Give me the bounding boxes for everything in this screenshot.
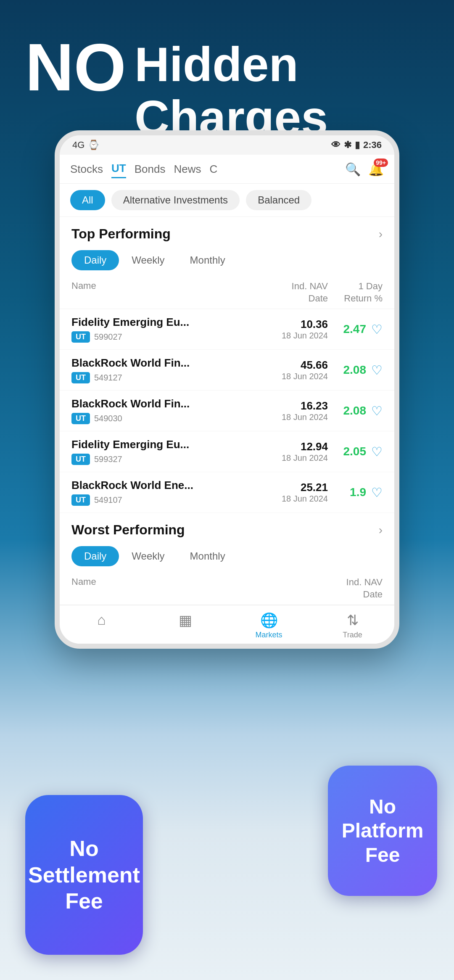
- top-period-daily[interactable]: Daily: [71, 250, 119, 270]
- fund-tag-3: UT: [71, 413, 90, 424]
- fund-tag-row-1: UT 599027: [71, 331, 265, 343]
- fund-return-4: 2.05: [343, 445, 367, 458]
- worst-performing-header: Worst Performing ›: [60, 513, 394, 543]
- nav-tab-bar: Stocks UT Bonds News C 🔍 🔔 99+: [60, 155, 394, 184]
- worst-period-weekly[interactable]: Weekly: [119, 546, 177, 566]
- fund-tag-1: UT: [71, 331, 90, 343]
- favorite-icon-1[interactable]: ♡: [371, 322, 383, 337]
- top-performing-title: Top Performing: [71, 226, 171, 242]
- fund-code-4: 599327: [94, 454, 122, 464]
- table-row: Fidelity Emerging Eu... UT 599327 12.94 …: [60, 431, 394, 472]
- fund-nav-date-5: 18 Jun 2024: [265, 494, 328, 504]
- bottom-nav-trade[interactable]: ⇅ Trade: [311, 612, 394, 639]
- table-row: Fidelity Emerging Eu... UT 599027 10.36 …: [60, 309, 394, 350]
- fund-tag-4: UT: [71, 454, 90, 465]
- fund-return-1: 2.47: [343, 322, 367, 336]
- worst-table-header: Name Ind. NAVDate: [60, 573, 394, 605]
- status-bar: 4G ⌚ 👁 ✱ ▮ 2:36: [60, 135, 394, 155]
- table-row: BlackRock World Fin... UT 549127 45.66 1…: [60, 350, 394, 391]
- badge-platform-fee: No Platform Fee: [328, 766, 437, 896]
- fund-name-1[interactable]: Fidelity Emerging Eu...: [71, 316, 265, 329]
- badge-settlement-fee: No Settlement Fee: [25, 795, 143, 955]
- fund-return-2: 2.08: [343, 363, 367, 377]
- top-performing-period-toggle: Daily Weekly Monthly: [60, 247, 394, 277]
- fund-tag-5: UT: [71, 494, 90, 506]
- fund-nav-date-1: 18 Jun 2024: [265, 331, 328, 341]
- fund-return-col-4: 2.05 ♡: [328, 444, 383, 459]
- fund-name-3[interactable]: BlackRock World Fin...: [71, 397, 265, 410]
- fund-nav-col-2: 45.66 18 Jun 2024: [265, 359, 328, 381]
- fund-tag-row-4: UT 599327: [71, 454, 265, 465]
- fund-code-5: 549107: [94, 495, 122, 505]
- worst-col-name-label: Name: [71, 576, 319, 600]
- tab-c[interactable]: C: [209, 161, 217, 178]
- fund-nav-col-5: 25.21 18 Jun 2024: [265, 481, 328, 504]
- nav-icons: 🔍 🔔 99+: [345, 162, 384, 177]
- notification-button[interactable]: 🔔 99+: [368, 162, 384, 177]
- fund-return-5: 1.9: [350, 486, 366, 499]
- fund-nav-val-3: 16.23: [265, 399, 328, 412]
- fund-nav-val-5: 25.21: [265, 481, 328, 494]
- fund-info-5: BlackRock World Ene... UT 549107: [71, 479, 265, 506]
- fund-name-4[interactable]: Fidelity Emerging Eu...: [71, 438, 265, 451]
- top-period-monthly[interactable]: Monthly: [177, 250, 238, 270]
- worst-performing-chevron[interactable]: ›: [379, 523, 383, 537]
- status-left: 4G ⌚: [72, 140, 99, 151]
- fund-return-col-1: 2.47 ♡: [328, 322, 383, 337]
- fund-info-2: BlackRock World Fin... UT 549127: [71, 357, 265, 383]
- badge-platform-text: No Platform Fee: [342, 795, 424, 867]
- chip-alternative-investments[interactable]: Alternative Investments: [111, 190, 240, 210]
- col-nav-label: Ind. NAVDate: [265, 280, 328, 304]
- top-period-weekly[interactable]: Weekly: [119, 250, 177, 270]
- worst-period-daily[interactable]: Daily: [71, 546, 119, 566]
- fund-nav-date-2: 18 Jun 2024: [265, 372, 328, 381]
- col-return-label: 1 DayReturn %: [328, 280, 383, 304]
- header-hidden-charges: HiddenCharges: [135, 38, 328, 144]
- top-performing-chevron[interactable]: ›: [379, 227, 383, 241]
- fund-name-2[interactable]: BlackRock World Fin...: [71, 357, 265, 370]
- fund-tag-2: UT: [71, 372, 90, 383]
- chart-icon: ▦: [179, 612, 192, 629]
- bottom-nav-chart[interactable]: ▦: [143, 612, 227, 639]
- fund-nav-col-1: 10.36 18 Jun 2024: [265, 318, 328, 341]
- eye-icon: 👁: [331, 140, 340, 151]
- chip-balanced[interactable]: Balanced: [246, 190, 311, 210]
- bottom-nav-markets[interactable]: 🌐 Markets: [227, 612, 311, 639]
- tab-ut[interactable]: UT: [111, 160, 126, 178]
- wifi-icon: ⌚: [88, 140, 99, 151]
- col-name-label: Name: [71, 280, 265, 304]
- chip-all[interactable]: All: [70, 190, 105, 210]
- fund-info-4: Fidelity Emerging Eu... UT 599327: [71, 438, 265, 465]
- markets-label: Markets: [255, 631, 282, 639]
- bottom-nav-home[interactable]: ⌂: [60, 612, 143, 639]
- table-row: BlackRock World Fin... UT 549030 16.23 1…: [60, 391, 394, 431]
- header-no: NO: [25, 34, 126, 101]
- fund-name-5[interactable]: BlackRock World Ene...: [71, 479, 265, 492]
- worst-performing-period-toggle: Daily Weekly Monthly: [60, 543, 394, 573]
- worst-performing-title: Worst Performing: [71, 522, 185, 538]
- phone-mockup: 4G ⌚ 👁 ✱ ▮ 2:36 Stocks UT Bonds News C 🔍…: [55, 130, 399, 649]
- fund-tag-row-5: UT 549107: [71, 494, 265, 506]
- favorite-icon-5[interactable]: ♡: [371, 485, 383, 500]
- fund-tag-row-2: UT 549127: [71, 372, 265, 383]
- worst-period-monthly[interactable]: Monthly: [177, 546, 238, 566]
- top-table-header: Name Ind. NAVDate 1 DayReturn %: [60, 277, 394, 309]
- tab-bonds[interactable]: Bonds: [135, 161, 166, 178]
- search-icon[interactable]: 🔍: [345, 162, 361, 177]
- badge-settlement-text: No Settlement Fee: [28, 835, 140, 914]
- fund-info-1: Fidelity Emerging Eu... UT 599027: [71, 316, 265, 343]
- fund-return-col-5: 1.9 ♡: [328, 485, 383, 500]
- fund-code-3: 549030: [94, 414, 122, 423]
- favorite-icon-3[interactable]: ♡: [371, 404, 383, 418]
- favorite-icon-4[interactable]: ♡: [371, 444, 383, 459]
- signal-icon: 4G: [72, 140, 84, 151]
- tab-stocks[interactable]: Stocks: [70, 161, 103, 178]
- filter-chips-bar: All Alternative Investments Balanced: [60, 184, 394, 217]
- fund-nav-val-2: 45.66: [265, 359, 328, 372]
- fund-code-2: 549127: [94, 373, 122, 383]
- fund-nav-col-4: 12.94 18 Jun 2024: [265, 440, 328, 463]
- favorite-icon-2[interactable]: ♡: [371, 363, 383, 378]
- tab-news[interactable]: News: [174, 161, 201, 178]
- home-icon: ⌂: [97, 612, 106, 628]
- fund-return-3: 2.08: [343, 404, 367, 417]
